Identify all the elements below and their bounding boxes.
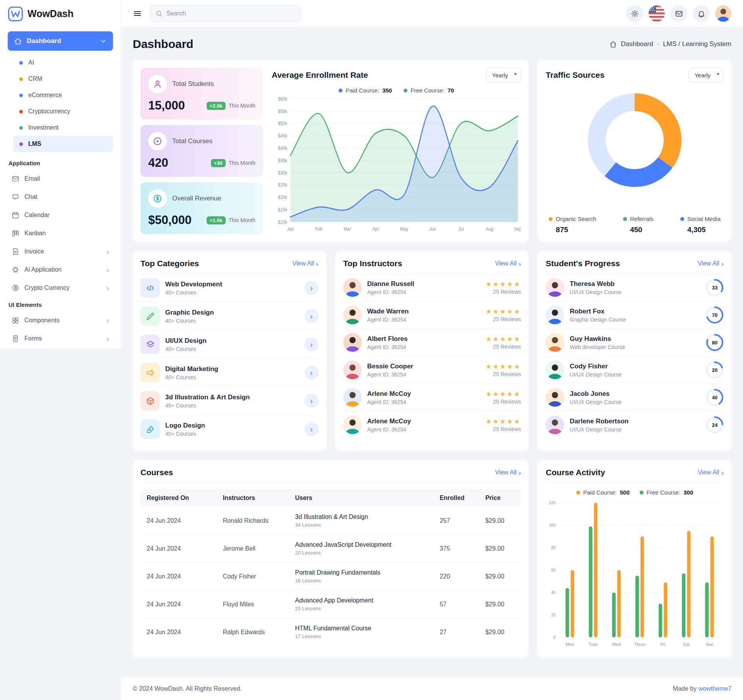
list-item[interactable]: 3d Illustration & Art Design40+ Courses … <box>140 387 318 415</box>
sidebar-item-email[interactable]: Email <box>8 169 113 188</box>
svg-text:60: 60 <box>551 568 556 572</box>
list-item[interactable]: Darlene RobertsonUI/UX Design Course 24 <box>546 411 724 438</box>
legend-dot-paid <box>576 491 580 495</box>
sidebar-item-table[interactable]: Table › <box>8 347 113 348</box>
hamburger-menu-icon[interactable] <box>133 9 142 18</box>
chevron-right-icon: › <box>316 260 318 267</box>
star-rating: ★★★★★ <box>486 390 521 398</box>
list-item[interactable]: Arlene McCoyAgent ID: 36254 ★★★★★25 Revi… <box>343 411 521 438</box>
subitem-label: AI <box>28 59 34 66</box>
view-all-link[interactable]: View All› <box>698 469 724 476</box>
messages-button[interactable] <box>670 5 687 22</box>
table-row[interactable]: 24 Jun 2024 Ronald Richards 3d Illustrat… <box>140 507 521 535</box>
course-activity-legend: Paid Course:500 Free Course:300 <box>546 489 724 496</box>
breadcrumb-home[interactable]: Dashboard <box>621 40 653 48</box>
language-flag-button[interactable] <box>649 5 665 22</box>
progress-ring: 33 <box>706 279 724 296</box>
sidebar-subitem-investment[interactable]: Investment <box>13 120 113 136</box>
open-category-button[interactable]: › <box>305 422 318 436</box>
table-row[interactable]: 24 Jun 2024 Ralph Edwards HTML Fundament… <box>140 618 521 646</box>
instructor-agent-id: Agent ID: 36254 <box>367 289 414 295</box>
stat-period: This Month <box>229 160 255 166</box>
category-sub: 40+ Courses <box>165 374 218 380</box>
sidebar-item-label: Crypto Currency <box>24 284 69 291</box>
list-item[interactable]: Graphic Design40+ Courses › <box>140 302 318 330</box>
view-all-link[interactable]: View All› <box>293 260 318 267</box>
category-sub: 40+ Courses <box>165 289 222 296</box>
open-category-button[interactable]: › <box>305 394 318 408</box>
legend-item-organic: Organic Search 875 <box>549 216 596 234</box>
traffic-sources-card: Traffic Sources Yearly Organic Search 87… <box>538 60 731 242</box>
column-header: Price <box>479 489 521 507</box>
cell-instructor: Ronald Richards <box>217 507 289 535</box>
cell-lessons: 16 Lessons <box>295 578 427 584</box>
list-item[interactable]: Arlene McCoyAgent ID: 36254 ★★★★★25 Revi… <box>343 384 521 411</box>
instructor-name: Albert Flores <box>367 335 408 343</box>
cell-instructor: Floyd Miles <box>217 590 289 618</box>
list-item[interactable]: Logo Design40+ Courses › <box>140 415 318 443</box>
sidebar-item-chat[interactable]: Chat <box>8 188 113 206</box>
svg-text:$30k: $30k <box>278 170 287 176</box>
cell-price: $29.00 <box>479 590 521 618</box>
subitem-label: CRM <box>28 75 42 82</box>
section-title-application: Application <box>9 160 112 166</box>
list-item[interactable]: Dianne RussellAgent ID: 36254 ★★★★★25 Re… <box>343 274 521 301</box>
open-category-button[interactable]: › <box>305 366 318 380</box>
sidebar-item-crypto-currency[interactable]: Crypto Currency › <box>8 279 113 297</box>
open-category-button[interactable]: › <box>305 281 318 295</box>
sidebar-subitem-lms[interactable]: LMS <box>13 136 113 152</box>
notifications-button[interactable] <box>693 5 710 22</box>
list-item[interactable]: Theresa WebbUI/UX Design Course 33 <box>546 274 724 301</box>
view-all-link[interactable]: View All› <box>495 469 521 476</box>
sidebar-item-components[interactable]: Components › <box>8 311 113 329</box>
view-all-link[interactable]: View All› <box>495 260 521 267</box>
enrollment-filter-select[interactable]: Yearly <box>486 68 521 82</box>
bell-icon <box>697 10 705 18</box>
open-category-button[interactable]: › <box>305 337 318 351</box>
list-item[interactable]: Wade WarrenAgent ID: 36254 ★★★★★25 Revie… <box>343 301 521 329</box>
sidebar-subitem-cryptocurrency[interactable]: Cryptocurrency <box>13 103 113 120</box>
list-item[interactable]: Web Development40+ Courses › <box>140 274 318 302</box>
search-input[interactable] <box>166 10 295 17</box>
stat-total-students: Total Students 15,000 +2.5kThis Month <box>140 68 263 120</box>
search-box[interactable] <box>150 5 301 22</box>
svg-text:$25k: $25k <box>278 182 287 188</box>
stat-total-courses: Total Courses 420 +30This Month <box>140 125 263 177</box>
table-row[interactable]: 24 Jun 2024 Jerome Bell Advanced JavaScr… <box>140 535 521 563</box>
traffic-filter-select[interactable]: Yearly <box>689 68 724 82</box>
list-item[interactable]: Robert FoxGraphic Design Course 70 <box>546 301 724 329</box>
sidebar-item-forms[interactable]: Forms › <box>8 329 113 347</box>
sidebar-item-kanban[interactable]: Kanban <box>8 224 113 242</box>
sidebar-subitem-ecommerce[interactable]: eCommerce <box>13 87 113 103</box>
category-title: Web Development <box>165 281 222 288</box>
list-item[interactable]: UI/UX Design40+ Courses › <box>140 330 318 359</box>
open-category-button[interactable]: › <box>305 309 318 323</box>
subitem-label: eCommerce <box>28 92 62 99</box>
progress-value: 70 <box>706 306 724 324</box>
sidebar-item-dashboard[interactable]: Dashboard <box>8 31 113 51</box>
table-row[interactable]: 24 Jun 2024 Floyd Miles Advanced App Dev… <box>140 590 521 618</box>
legend-value: 500 <box>620 489 630 496</box>
sidebar-item-calendar[interactable]: Calendar <box>8 206 113 224</box>
list-item[interactable]: Cody FisherUI/UX Design Course 20 <box>546 356 724 384</box>
view-all-link[interactable]: View All› <box>698 260 724 267</box>
chevron-right-icon: › <box>721 469 724 476</box>
list-item[interactable]: Jacob JonesUI/UX Design Course 40 <box>546 384 724 411</box>
theme-toggle-button[interactable] <box>626 5 643 22</box>
sidebar-subitem-crm[interactable]: CRM <box>13 71 113 87</box>
logo[interactable]: WowDash <box>8 0 113 27</box>
sidebar-item-ai-application[interactable]: Ai Application › <box>8 260 113 279</box>
list-item[interactable]: Albert FloresAgent ID: 36254 ★★★★★25 Rev… <box>343 329 521 356</box>
list-item[interactable]: Guy HawkinsWeb developer Course 80 <box>546 329 724 356</box>
list-item[interactable]: Bessie CooperAgent ID: 36254 ★★★★★25 Rev… <box>343 356 521 384</box>
sidebar-subitem-ai[interactable]: AI <box>13 55 113 71</box>
user-avatar[interactable] <box>715 5 731 22</box>
sidebar-item-label: Ai Application <box>24 266 62 273</box>
table-row[interactable]: 24 Jun 2024 Cody Fisher Portrait Drawing… <box>140 563 521 590</box>
brand-link[interactable]: wowtheme7 <box>698 685 731 692</box>
list-item[interactable]: Digital Marketing40+ Courses › <box>140 359 318 387</box>
sidebar-item-invoice[interactable]: Invoice › <box>8 242 113 260</box>
instructor-name: Bessie Cooper <box>367 363 413 370</box>
cell-instructor: Ralph Edwards <box>217 618 289 646</box>
reviews-count: 25 Reviews <box>493 371 521 377</box>
